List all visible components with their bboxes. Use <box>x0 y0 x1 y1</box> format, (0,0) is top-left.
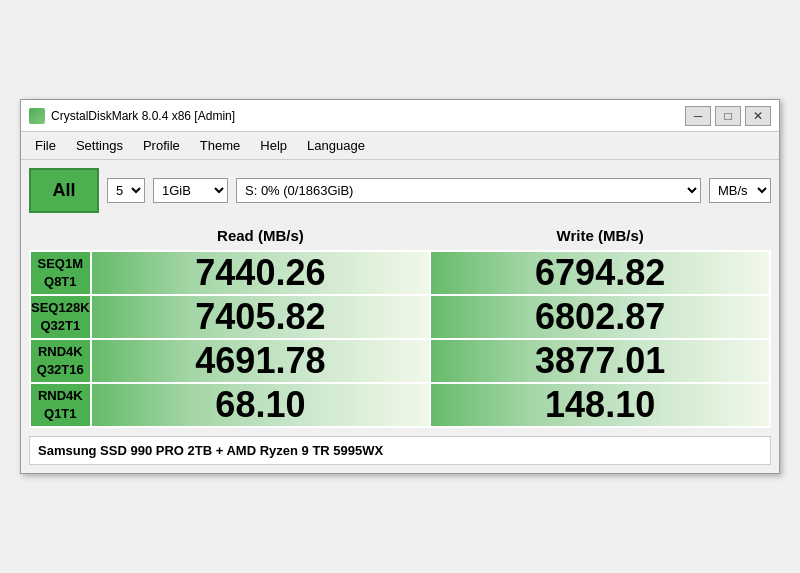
row-label-0: SEQ1M Q8T1 <box>30 251 91 295</box>
table-row: RND4K Q1T1 68.10 148.10 <box>30 383 770 427</box>
read-value-2: 4691.78 <box>91 339 431 383</box>
row-label-1: SEQ128K Q32T1 <box>30 295 91 339</box>
table-row: SEQ1M Q8T1 7440.26 6794.82 <box>30 251 770 295</box>
menubar: File Settings Profile Theme Help Languag… <box>21 132 779 160</box>
row-label-2: RND4K Q32T16 <box>30 339 91 383</box>
write-header: Write (MB/s) <box>430 221 770 251</box>
window-title: CrystalDiskMark 8.0.4 x86 [Admin] <box>51 109 235 123</box>
empty-header <box>30 221 91 251</box>
maximize-button[interactable]: □ <box>715 106 741 126</box>
row-label-3: RND4K Q1T1 <box>30 383 91 427</box>
menu-help[interactable]: Help <box>250 134 297 157</box>
status-bar: Samsung SSD 990 PRO 2TB + AMD Ryzen 9 TR… <box>29 436 771 465</box>
size-dropdown[interactable]: 1GiB 512MiB 2GiB 4GiB <box>153 178 228 203</box>
table-row: SEQ128K Q32T1 7405.82 6802.87 <box>30 295 770 339</box>
read-value-0: 7440.26 <box>91 251 431 295</box>
runs-dropdown[interactable]: 5 1 3 9 <box>107 178 145 203</box>
titlebar-left: CrystalDiskMark 8.0.4 x86 [Admin] <box>29 108 235 124</box>
menu-theme[interactable]: Theme <box>190 134 250 157</box>
window-controls: ─ □ ✕ <box>685 106 771 126</box>
minimize-button[interactable]: ─ <box>685 106 711 126</box>
write-value-0: 6794.82 <box>430 251 770 295</box>
app-icon <box>29 108 45 124</box>
benchmark-table: Read (MB/s) Write (MB/s) SEQ1M Q8T1 7440… <box>29 221 771 428</box>
drive-dropdown[interactable]: S: 0% (0/1863GiB) <box>236 178 701 203</box>
close-button[interactable]: ✕ <box>745 106 771 126</box>
menu-settings[interactable]: Settings <box>66 134 133 157</box>
all-button[interactable]: All <box>29 168 99 213</box>
titlebar: CrystalDiskMark 8.0.4 x86 [Admin] ─ □ ✕ <box>21 100 779 132</box>
write-value-3: 148.10 <box>430 383 770 427</box>
write-value-2: 3877.01 <box>430 339 770 383</box>
menu-profile[interactable]: Profile <box>133 134 190 157</box>
read-value-1: 7405.82 <box>91 295 431 339</box>
main-content: All 5 1 3 9 1GiB 512MiB 2GiB 4GiB S: 0% … <box>21 160 779 473</box>
app-window: CrystalDiskMark 8.0.4 x86 [Admin] ─ □ ✕ … <box>20 99 780 474</box>
table-row: RND4K Q32T16 4691.78 3877.01 <box>30 339 770 383</box>
write-value-1: 6802.87 <box>430 295 770 339</box>
top-controls: All 5 1 3 9 1GiB 512MiB 2GiB 4GiB S: 0% … <box>29 168 771 213</box>
read-value-3: 68.10 <box>91 383 431 427</box>
unit-dropdown[interactable]: MB/s GB/s IOPS <box>709 178 771 203</box>
read-header: Read (MB/s) <box>91 221 431 251</box>
menu-language[interactable]: Language <box>297 134 375 157</box>
menu-file[interactable]: File <box>25 134 66 157</box>
status-text: Samsung SSD 990 PRO 2TB + AMD Ryzen 9 TR… <box>38 443 383 458</box>
